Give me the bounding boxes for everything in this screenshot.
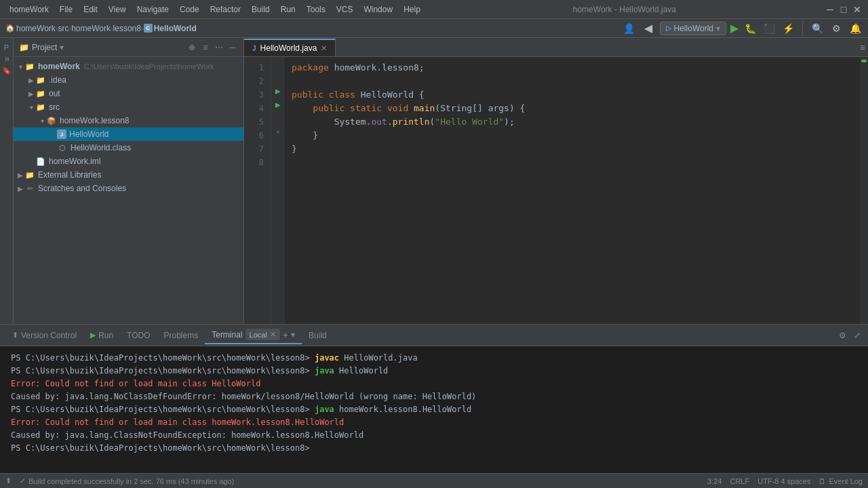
iml-label: homeWork.iml — [49, 157, 100, 166]
breadcrumb-homework[interactable]: homeWork — [16, 24, 56, 33]
terminal-options-button[interactable]: ▾ — [291, 330, 295, 340]
config-icon: ▷ — [666, 24, 671, 32]
menu-build[interactable]: Build — [248, 3, 274, 16]
tree-item-helloworld[interactable]: ▶ J HelloWorld — [14, 127, 243, 141]
bookmarks-icon[interactable]: 🔖 — [2, 66, 12, 75]
terminal-content[interactable]: PS C:\Users\buzik\IdeaProjects\homeWork\… — [0, 346, 868, 473]
locate-button[interactable]: ⊕ — [186, 42, 197, 53]
editor-gutter: ▶ ▶ ● — [271, 57, 285, 324]
cmd-javac: javac — [315, 352, 339, 365]
dropdown-icon[interactable]: ▾ — [60, 43, 64, 52]
editor-options-button[interactable]: ≡ — [857, 39, 868, 56]
line-endings-label: CRLF — [730, 477, 749, 485]
coverage-button[interactable]: ⬛ — [762, 21, 776, 36]
structure-icon[interactable]: ≡ — [3, 57, 11, 61]
tab-close-button[interactable]: ✕ — [321, 44, 327, 53]
toolbar-right: 👤 ◀ ▷ HelloWorld ▾ ▶ 🐛 ⬛ ⚡ 🔍 ⚙ 🔔 — [622, 21, 863, 36]
run-class-button[interactable]: ▶ — [271, 84, 285, 98]
error-1: Error: Could not find or load main class… — [11, 378, 260, 390]
menu-view[interactable]: View — [104, 3, 130, 16]
breadcrumb-src[interactable]: src — [58, 24, 68, 33]
settings-button[interactable]: ⚙ — [829, 21, 844, 36]
back-button[interactable]: ◀ — [641, 21, 656, 36]
tab-run[interactable]: ▶ Run — [83, 328, 120, 343]
settings-icon[interactable]: ⚙ — [837, 330, 848, 341]
encoding-indicator[interactable]: UTF-8 4 spaces — [757, 477, 810, 485]
menu-tools[interactable]: Tools — [302, 3, 330, 16]
tree-item-external-libs[interactable]: ▶ 📁 External Libraries — [14, 168, 243, 182]
menu-homework[interactable]: homeWork — [5, 3, 53, 16]
run-configuration[interactable]: ▷ HelloWorld ▾ — [660, 22, 726, 35]
menu-window[interactable]: Window — [359, 3, 397, 16]
tree-item-scratches[interactable]: ▶ ✏ Scratches and Consoles — [14, 182, 243, 195]
code-line-5: System.out.println("Hello World"); — [292, 115, 853, 129]
menu-file[interactable]: File — [56, 3, 77, 16]
code-editor[interactable]: package homeWork.lesson8; public class H… — [285, 57, 860, 324]
menu-refactor[interactable]: Refactor — [206, 3, 245, 16]
menu-navigate[interactable]: Navigate — [133, 3, 173, 16]
gutter-empty-5 — [271, 111, 285, 125]
terminal-line-1: PS C:\Users\buzik\IdeaProjects\homeWork\… — [11, 352, 857, 365]
folder-icon-idea: 📁 — [35, 75, 46, 85]
event-log-button[interactable]: 🗒 Event Log — [818, 477, 863, 485]
minimize-panel-button[interactable]: ─ — [227, 42, 238, 53]
breadcrumb: 🏠 homeWork › src › homeWork › lesson8 › … — [5, 24, 622, 33]
expand-arrow-out: ▶ — [27, 90, 35, 98]
tab-problems[interactable]: Problems — [157, 328, 205, 343]
search-button[interactable]: 🔍 — [810, 21, 825, 36]
menu-vcs[interactable]: VCS — [332, 3, 357, 16]
tree-item-idea[interactable]: ▶ 📁 .idea — [14, 73, 243, 87]
cmd-arg-2: HelloWorld — [334, 365, 388, 378]
build-status-text[interactable]: ✓ Build completed successfully in 2 sec.… — [20, 476, 234, 485]
git-icon-status[interactable]: ⬆ — [5, 476, 12, 485]
expand-icon[interactable]: ⤢ — [852, 330, 863, 341]
breadcrumb-helloworld-label: HelloWorld — [154, 24, 197, 33]
tree-item-homework-root[interactable]: ▾ 📁 homeWork C:\Users\buzik\IdeaProjects… — [14, 60, 243, 73]
collapse-all-button[interactable]: ≡ — [200, 42, 211, 53]
add-terminal-button[interactable]: + — [283, 329, 288, 340]
run-button[interactable]: ▶ — [730, 22, 738, 35]
tab-helloworld[interactable]: J HelloWorld.java ✕ — [244, 39, 336, 56]
vcs-button[interactable]: 👤 — [622, 21, 637, 36]
prompt-3: PS C:\Users\buzik\IdeaProjects\homeWork\… — [11, 403, 315, 416]
breadcrumb-helloworld[interactable]: C HelloWorld — [144, 24, 197, 33]
package-icon: 📦 — [46, 115, 57, 126]
position-indicator[interactable]: 3:24 — [707, 477, 722, 485]
breadcrumb-lesson8[interactable]: lesson8 — [113, 24, 141, 33]
caused-2: Caused by: java.lang.ClassNotFoundExcept… — [11, 429, 363, 442]
terminal-line-2: PS C:\Users\buzik\IdeaProjects\homeWork\… — [11, 365, 857, 378]
tree-item-src[interactable]: ▾ 📁 src — [14, 100, 243, 114]
debug-button[interactable]: 🐛 — [743, 21, 757, 36]
tab-version-control[interactable]: ⬆ Version Control — [5, 328, 83, 343]
dots-menu-button[interactable]: ⋯ — [214, 42, 224, 53]
tree-item-package[interactable]: ▾ 📦 homeWork.lesson8 — [14, 114, 243, 127]
bottom-tabs: ⬆ Version Control ▶ Run TODO Problems Te… — [0, 325, 868, 346]
tab-terminal[interactable]: Terminal Local ✕ + ▾ — [205, 326, 302, 344]
close-button[interactable]: ✕ — [852, 4, 863, 15]
menu-run[interactable]: Run — [277, 3, 300, 16]
menu-help[interactable]: Help — [399, 3, 425, 16]
project-panel-icon[interactable]: P — [4, 43, 9, 52]
error-2: Error: Could not find or load main class… — [11, 416, 344, 429]
line-endings-indicator[interactable]: CRLF — [730, 477, 749, 485]
folder-icon-root: 📁 — [24, 61, 35, 72]
project-header-icons: ⊕ ≡ ⋯ ─ — [186, 42, 238, 53]
minimize-button[interactable]: ─ — [825, 4, 835, 15]
tab-build[interactable]: Build — [302, 328, 334, 343]
run-main-button[interactable]: ▶ — [271, 98, 285, 111]
local-close-button[interactable]: ✕ — [270, 330, 276, 339]
toolbar-separator — [802, 22, 803, 35]
terminal-line-4: Caused by: java.lang.NoClassDefFoundErro… — [11, 390, 857, 403]
tab-todo[interactable]: TODO — [120, 328, 157, 343]
notifications-button[interactable]: 🔔 — [848, 21, 863, 36]
menu-code[interactable]: Code — [176, 3, 203, 16]
tree-item-helloworld-class[interactable]: ▶ ⬡ HelloWorld.class — [14, 141, 243, 155]
menu-edit[interactable]: Edit — [79, 3, 102, 16]
profile-button[interactable]: ⚡ — [781, 21, 795, 36]
tree-item-out[interactable]: ▶ 📁 out — [14, 87, 243, 100]
tree-item-iml[interactable]: ▶ 📄 homeWork.iml — [14, 155, 243, 168]
local-tab: Local ✕ — [245, 329, 280, 340]
breadcrumb-homework2[interactable]: homeWork — [71, 24, 111, 33]
package-label: homeWork.lesson8 — [60, 116, 130, 125]
maximize-button[interactable]: □ — [838, 4, 849, 15]
